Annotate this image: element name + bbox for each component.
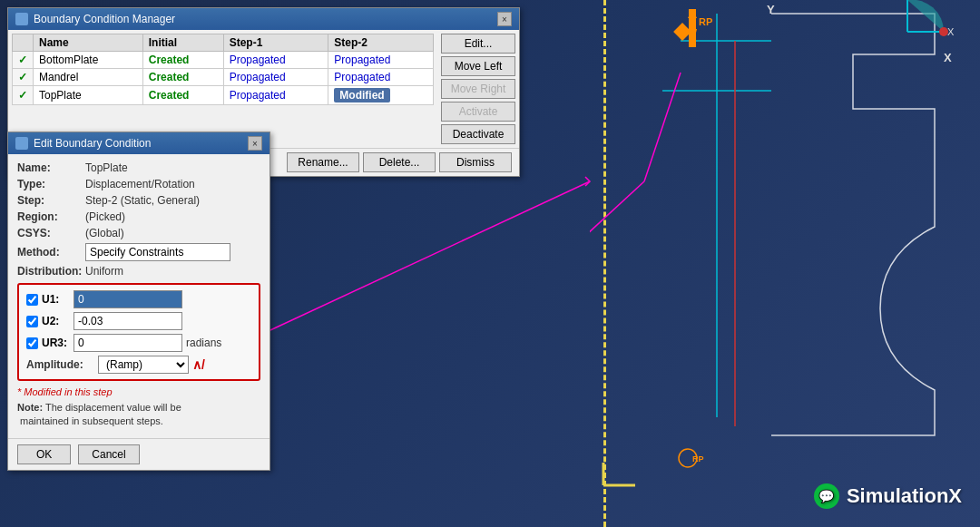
- note-detail: Note: The displacement value will be mai…: [17, 401, 260, 429]
- region-field-row: Region: (Picked): [17, 210, 260, 223]
- col-check: [13, 34, 34, 52]
- bc-manager-title: Boundary Condition Manager: [34, 13, 175, 25]
- ok-button[interactable]: OK: [17, 444, 71, 464]
- svg-rect-8: [673, 23, 691, 41]
- row-initial: Created: [142, 52, 223, 69]
- rename-button[interactable]: Rename...: [287, 152, 359, 172]
- type-value: Displacement/Rotation: [85, 178, 195, 190]
- bc-manager-titlebar: Boundary Condition Manager ×: [8, 8, 519, 30]
- edit-button[interactable]: Edit...: [441, 34, 515, 54]
- region-label: Region:: [17, 210, 85, 223]
- edit-bc-close-button[interactable]: ×: [248, 136, 262, 151]
- col-name: Name: [34, 34, 143, 52]
- edit-bc-title: Edit Boundary Condition: [34, 137, 151, 150]
- constraints-box: U1: U2: UR3: radians Amplitude: (Ramp) ∧…: [17, 283, 260, 381]
- edit-bc-titlebar-left: Edit Boundary Condition: [15, 137, 151, 150]
- u1-checkbox[interactable]: [26, 294, 38, 306]
- row-step1: Propagated: [223, 86, 328, 105]
- svg-line-20: [590, 181, 644, 290]
- row-initial: Created: [142, 86, 223, 105]
- edit-bc-icon: [15, 137, 28, 150]
- row-step2: Modified: [328, 86, 434, 105]
- distribution-field-row: Distribution: Uniform: [17, 265, 260, 278]
- edit-bc-body: Name: TopPlate Type: Displacement/Rotati…: [8, 154, 270, 438]
- edit-bc-titlebar: Edit Boundary Condition ×: [8, 132, 270, 154]
- row-check: ✓: [13, 69, 34, 86]
- delete-button[interactable]: Delete...: [363, 152, 436, 172]
- name-field-row: Name: TopPlate: [17, 161, 260, 174]
- col-initial: Initial: [142, 34, 223, 52]
- step-label: Step:: [17, 194, 85, 207]
- ramp-icon: ∧/: [192, 357, 205, 372]
- name-label: Name:: [17, 161, 85, 174]
- close-button[interactable]: ×: [497, 12, 512, 26]
- row-name: Mandrel: [34, 69, 143, 86]
- u2-label: U2:: [42, 315, 74, 327]
- note-text-content: The displacement value will be maintaine…: [17, 402, 181, 426]
- svg-line-21: [644, 73, 681, 181]
- svg-text:RP: RP: [692, 454, 704, 464]
- col-step2: Step-2: [328, 34, 434, 52]
- distribution-label: Distribution:: [17, 265, 85, 278]
- edit-bc-bottom-buttons: OK Cancel: [8, 438, 270, 470]
- method-input[interactable]: [85, 243, 230, 261]
- bc-table-area: Name Initial Step-1 Step-2 ✓ BottomPlate…: [8, 30, 437, 148]
- u1-input[interactable]: [74, 290, 182, 308]
- svg-text:X: X: [944, 51, 952, 64]
- csys-value: (Global): [85, 227, 124, 239]
- table-row[interactable]: ✓ BottomPlate Created Propagated Propaga…: [13, 52, 434, 69]
- cancel-button[interactable]: Cancel: [78, 444, 139, 464]
- watermark: 💬 SimulationX: [814, 483, 962, 509]
- titlebar-icon: [15, 13, 28, 25]
- amplitude-label: Amplitude:: [26, 358, 94, 371]
- cad-drawing: RP X Y X Y RP: [590, 0, 980, 527]
- svg-text:RP: RP: [699, 16, 712, 27]
- table-row[interactable]: ✓ Mandrel Created Propagated Propagated: [13, 69, 434, 86]
- csys-label: CSYS:: [17, 227, 85, 239]
- row-step2: Propagated: [328, 52, 434, 69]
- u2-row: U2:: [26, 312, 251, 330]
- bc-table: Name Initial Step-1 Step-2 ✓ BottomPlate…: [12, 34, 434, 105]
- row-name: BottomPlate: [34, 52, 143, 69]
- row-step1: Propagated: [223, 52, 328, 69]
- u2-input[interactable]: [74, 312, 182, 330]
- ur3-label: UR3:: [42, 337, 74, 349]
- move-right-button[interactable]: Move Right: [441, 79, 515, 99]
- amplitude-select[interactable]: (Ramp): [98, 356, 189, 374]
- method-field-row: Method:: [17, 243, 260, 261]
- svg-text:X: X: [947, 26, 955, 37]
- row-step2: Propagated: [328, 69, 434, 86]
- step-field-row: Step: Step-2 (Static, General): [17, 194, 260, 207]
- ur3-unit: radians: [186, 337, 221, 349]
- bc-manager-content: Name Initial Step-1 Step-2 ✓ BottomPlate…: [8, 30, 519, 148]
- wechat-icon: 💬: [814, 483, 839, 509]
- u1-row: U1:: [26, 290, 251, 308]
- bc-buttons-panel: Edit... Move Left Move Right Activate De…: [437, 30, 519, 148]
- brand-name: SimulationX: [847, 484, 962, 508]
- note-label: Note:: [17, 402, 43, 413]
- row-step1: Propagated: [223, 69, 328, 86]
- move-left-button[interactable]: Move Left: [441, 56, 515, 76]
- table-row[interactable]: ✓ TopPlate Created Propagated Modified: [13, 86, 434, 105]
- titlebar-left: Boundary Condition Manager: [15, 13, 175, 25]
- ur3-input[interactable]: [74, 334, 182, 352]
- row-check: ✓: [13, 52, 34, 69]
- ur3-checkbox[interactable]: [26, 337, 38, 349]
- region-value: (Picked): [85, 210, 125, 223]
- ur3-row: UR3: radians: [26, 334, 251, 352]
- svg-text:Y: Y: [767, 3, 775, 16]
- note-modified: * Modified in this step: [17, 386, 260, 397]
- type-field-row: Type: Displacement/Rotation: [17, 178, 260, 190]
- svg-point-15: [939, 27, 948, 36]
- row-initial: Created: [142, 69, 223, 86]
- u1-label: U1:: [42, 293, 74, 306]
- method-label: Method:: [17, 246, 85, 259]
- row-check: ✓: [13, 86, 34, 105]
- u2-checkbox[interactable]: [26, 316, 38, 327]
- deactivate-button[interactable]: Deactivate: [441, 124, 515, 144]
- edit-bc-dialog: Edit Boundary Condition × Name: TopPlate…: [7, 132, 270, 471]
- dismiss-button[interactable]: Dismiss: [439, 152, 512, 172]
- row-name: TopPlate: [34, 86, 143, 105]
- activate-button[interactable]: Activate: [441, 102, 515, 122]
- name-value: TopPlate: [85, 161, 128, 174]
